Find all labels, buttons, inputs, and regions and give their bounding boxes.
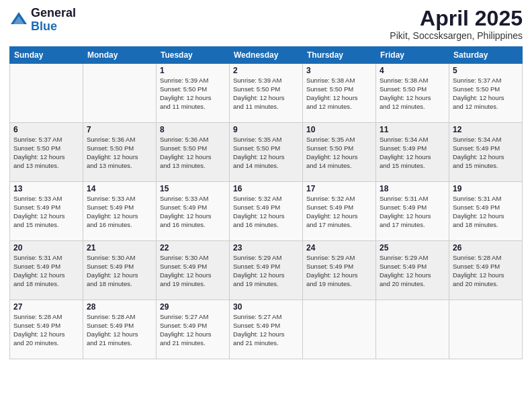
calendar: SundayMondayTuesdayWednesdayThursdayFrid…	[9, 46, 523, 359]
day-cell: 15Sunrise: 5:33 AM Sunset: 5:49 PM Dayli…	[157, 182, 230, 241]
day-info: Sunrise: 5:30 AM Sunset: 5:49 PM Dayligh…	[87, 254, 152, 288]
day-number: 5	[453, 66, 519, 75]
day-info: Sunrise: 5:39 AM Sunset: 5:50 PM Dayligh…	[233, 77, 299, 111]
location: Pikit, Soccsksargen, Philippines	[390, 30, 523, 41]
day-cell: 10Sunrise: 5:35 AM Sunset: 5:50 PM Dayli…	[303, 123, 376, 182]
day-number: 19	[453, 184, 519, 193]
day-number: 2	[233, 66, 299, 75]
weekday-header-saturday: Saturday	[449, 47, 523, 64]
day-info: Sunrise: 5:29 AM Sunset: 5:49 PM Dayligh…	[380, 254, 445, 288]
day-cell	[83, 64, 157, 123]
day-number: 9	[233, 125, 299, 134]
day-info: Sunrise: 5:37 AM Sunset: 5:50 PM Dayligh…	[13, 136, 79, 170]
day-number: 21	[87, 243, 152, 253]
day-cell: 1Sunrise: 5:39 AM Sunset: 5:50 PM Daylig…	[157, 64, 230, 123]
day-cell	[376, 300, 449, 359]
day-info: Sunrise: 5:27 AM Sunset: 5:49 PM Dayligh…	[160, 313, 226, 347]
day-info: Sunrise: 5:28 AM Sunset: 5:49 PM Dayligh…	[13, 313, 79, 347]
day-number: 10	[306, 125, 372, 134]
day-cell: 16Sunrise: 5:32 AM Sunset: 5:49 PM Dayli…	[230, 182, 303, 241]
logo-blue: Blue	[31, 20, 76, 34]
day-cell: 6Sunrise: 5:37 AM Sunset: 5:50 PM Daylig…	[10, 123, 83, 182]
day-number: 15	[160, 184, 226, 193]
day-cell: 27Sunrise: 5:28 AM Sunset: 5:49 PM Dayli…	[10, 300, 83, 359]
day-info: Sunrise: 5:34 AM Sunset: 5:49 PM Dayligh…	[380, 136, 445, 170]
day-number: 4	[380, 66, 445, 75]
day-cell: 25Sunrise: 5:29 AM Sunset: 5:49 PM Dayli…	[376, 241, 449, 300]
page: General Blue April 2025 Pikit, Soccsksar…	[0, 0, 532, 411]
day-info: Sunrise: 5:28 AM Sunset: 5:49 PM Dayligh…	[453, 254, 519, 288]
day-info: Sunrise: 5:33 AM Sunset: 5:49 PM Dayligh…	[160, 195, 226, 229]
day-info: Sunrise: 5:35 AM Sunset: 5:50 PM Dayligh…	[306, 136, 372, 170]
day-cell: 17Sunrise: 5:32 AM Sunset: 5:49 PM Dayli…	[303, 182, 376, 241]
week-row-5: 27Sunrise: 5:28 AM Sunset: 5:49 PM Dayli…	[10, 300, 523, 359]
weekday-header-wednesday: Wednesday	[230, 47, 303, 64]
day-number: 3	[306, 66, 372, 75]
day-number: 17	[306, 184, 372, 193]
day-number: 22	[160, 243, 226, 253]
day-number: 7	[87, 125, 152, 134]
weekday-header-friday: Friday	[376, 47, 449, 64]
day-info: Sunrise: 5:33 AM Sunset: 5:49 PM Dayligh…	[87, 195, 152, 229]
weekday-header-tuesday: Tuesday	[157, 47, 230, 64]
day-number: 28	[87, 302, 152, 312]
day-number: 24	[306, 243, 372, 253]
day-info: Sunrise: 5:31 AM Sunset: 5:49 PM Dayligh…	[380, 195, 445, 229]
day-cell: 20Sunrise: 5:31 AM Sunset: 5:49 PM Dayli…	[10, 241, 83, 300]
day-cell: 29Sunrise: 5:27 AM Sunset: 5:49 PM Dayli…	[157, 300, 230, 359]
day-number: 13	[13, 184, 79, 193]
day-cell: 14Sunrise: 5:33 AM Sunset: 5:49 PM Dayli…	[83, 182, 157, 241]
day-cell	[303, 300, 376, 359]
day-info: Sunrise: 5:32 AM Sunset: 5:49 PM Dayligh…	[233, 195, 299, 229]
day-info: Sunrise: 5:28 AM Sunset: 5:49 PM Dayligh…	[87, 313, 152, 347]
day-cell	[449, 300, 523, 359]
day-number: 27	[13, 302, 79, 312]
day-cell: 12Sunrise: 5:34 AM Sunset: 5:49 PM Dayli…	[449, 123, 523, 182]
day-cell: 7Sunrise: 5:36 AM Sunset: 5:50 PM Daylig…	[83, 123, 157, 182]
weekday-header-sunday: Sunday	[10, 47, 83, 64]
day-info: Sunrise: 5:29 AM Sunset: 5:49 PM Dayligh…	[306, 254, 372, 288]
day-cell: 5Sunrise: 5:37 AM Sunset: 5:50 PM Daylig…	[449, 64, 523, 123]
logo: General Blue	[9, 7, 76, 34]
day-info: Sunrise: 5:31 AM Sunset: 5:49 PM Dayligh…	[453, 195, 519, 229]
day-info: Sunrise: 5:38 AM Sunset: 5:50 PM Dayligh…	[380, 77, 445, 111]
week-row-3: 13Sunrise: 5:33 AM Sunset: 5:49 PM Dayli…	[10, 182, 523, 241]
header: General Blue April 2025 Pikit, Soccsksar…	[9, 7, 523, 41]
day-info: Sunrise: 5:29 AM Sunset: 5:49 PM Dayligh…	[233, 254, 299, 288]
day-number: 12	[453, 125, 519, 134]
logo-icon	[9, 11, 28, 30]
week-row-4: 20Sunrise: 5:31 AM Sunset: 5:49 PM Dayli…	[10, 241, 523, 300]
day-cell: 23Sunrise: 5:29 AM Sunset: 5:49 PM Dayli…	[230, 241, 303, 300]
day-cell: 4Sunrise: 5:38 AM Sunset: 5:50 PM Daylig…	[376, 64, 449, 123]
logo-general: General	[31, 7, 76, 20]
week-row-1: 1Sunrise: 5:39 AM Sunset: 5:50 PM Daylig…	[10, 64, 523, 123]
day-number: 20	[13, 243, 79, 253]
day-info: Sunrise: 5:39 AM Sunset: 5:50 PM Dayligh…	[160, 77, 226, 111]
day-cell: 21Sunrise: 5:30 AM Sunset: 5:49 PM Dayli…	[83, 241, 157, 300]
day-info: Sunrise: 5:27 AM Sunset: 5:49 PM Dayligh…	[233, 313, 299, 347]
day-cell: 26Sunrise: 5:28 AM Sunset: 5:49 PM Dayli…	[449, 241, 523, 300]
month-title: April 2025	[390, 7, 523, 30]
day-cell: 2Sunrise: 5:39 AM Sunset: 5:50 PM Daylig…	[230, 64, 303, 123]
day-cell: 18Sunrise: 5:31 AM Sunset: 5:49 PM Dayli…	[376, 182, 449, 241]
day-info: Sunrise: 5:30 AM Sunset: 5:49 PM Dayligh…	[160, 254, 226, 288]
day-number: 8	[160, 125, 226, 134]
day-info: Sunrise: 5:31 AM Sunset: 5:49 PM Dayligh…	[13, 254, 79, 288]
title-block: April 2025 Pikit, Soccsksargen, Philippi…	[390, 7, 523, 41]
day-number: 11	[380, 125, 445, 134]
weekday-header-row: SundayMondayTuesdayWednesdayThursdayFrid…	[10, 47, 523, 64]
day-info: Sunrise: 5:33 AM Sunset: 5:49 PM Dayligh…	[13, 195, 79, 229]
day-cell	[10, 64, 83, 123]
day-number: 18	[380, 184, 445, 193]
weekday-header-monday: Monday	[83, 47, 157, 64]
day-cell: 9Sunrise: 5:35 AM Sunset: 5:50 PM Daylig…	[230, 123, 303, 182]
day-number: 14	[87, 184, 152, 193]
day-number: 16	[233, 184, 299, 193]
day-number: 23	[233, 243, 299, 253]
day-cell: 22Sunrise: 5:30 AM Sunset: 5:49 PM Dayli…	[157, 241, 230, 300]
day-number: 1	[160, 66, 226, 75]
day-info: Sunrise: 5:36 AM Sunset: 5:50 PM Dayligh…	[160, 136, 226, 170]
logo-text: General Blue	[31, 7, 76, 34]
day-cell: 30Sunrise: 5:27 AM Sunset: 5:49 PM Dayli…	[230, 300, 303, 359]
day-cell: 8Sunrise: 5:36 AM Sunset: 5:50 PM Daylig…	[157, 123, 230, 182]
